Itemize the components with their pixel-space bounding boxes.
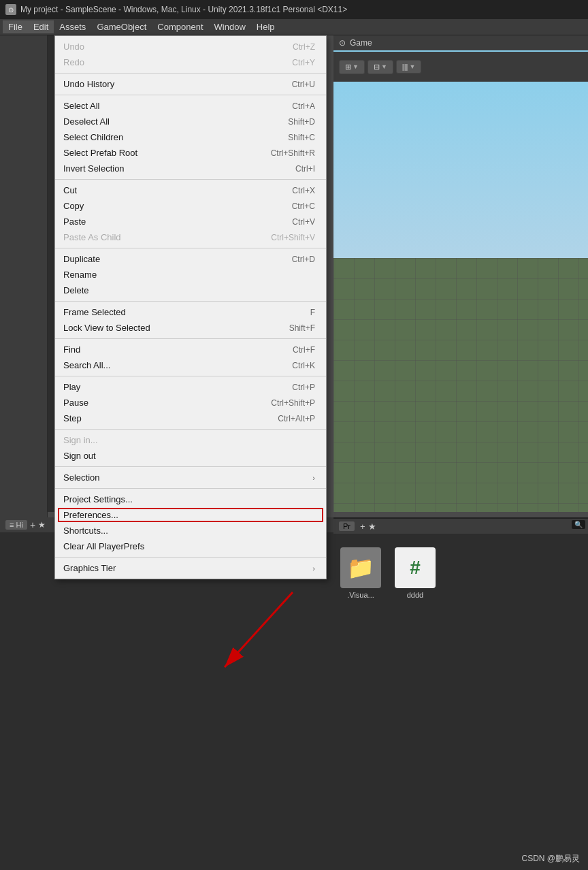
toolbar-icon-3: |||	[402, 63, 408, 71]
menu-item-frame-selected[interactable]: Frame SelectedF	[55, 304, 326, 320]
folder-label: .Visua...	[347, 591, 374, 599]
menu-item-label-graphics-tier: Graphics Tier	[63, 563, 116, 573]
add-button[interactable]: +	[30, 519, 35, 530]
menu-help[interactable]: Help	[251, 20, 280, 33]
bottom-panel-header: Pr + ★ 🔍	[333, 519, 588, 534]
menu-item-label-selection: Selection	[63, 472, 99, 483]
menu-item-label-shortcuts: Shortcuts...	[63, 526, 108, 536]
menu-item-copy[interactable]: CopyCtrl+C	[55, 198, 326, 214]
submenu-arrow-icon-selection: ›	[312, 474, 315, 482]
file-icon-folder[interactable]: 📁 .Visua...	[340, 547, 381, 599]
file-icon-script[interactable]: # dddd	[395, 547, 436, 599]
menu-separator	[55, 376, 326, 376]
menu-item-label-frame-selected: Frame Selected	[63, 307, 126, 317]
menu-item-cut[interactable]: CutCtrl+X	[55, 182, 326, 198]
game-title: Game	[350, 38, 372, 48]
menu-bar: File Edit Assets GameObject Component Wi…	[0, 19, 588, 35]
menu-item-select-prefab-root[interactable]: Select Prefab RootCtrl+Shift+R	[55, 145, 326, 161]
menu-separator	[55, 557, 326, 558]
menu-item-select-children[interactable]: Select ChildrenShift+C	[55, 129, 326, 145]
menu-item-play[interactable]: PlayCtrl+P	[55, 379, 326, 395]
game-view: ⊙ Game	[333, 35, 588, 512]
menu-edit[interactable]: Edit	[28, 20, 54, 33]
menu-item-label-rename: Rename	[63, 270, 97, 280]
menu-item-label-duplicate: Duplicate	[63, 254, 100, 264]
menu-item-label-select-prefab-root: Select Prefab Root	[63, 148, 137, 158]
watermark: CSDN @鹏易灵	[521, 853, 580, 865]
menu-item-label-clear-player-prefs: Clear All PlayerPrefs	[63, 541, 144, 551]
menu-item-select-all[interactable]: Select AllCtrl+A	[55, 98, 326, 114]
shortcut-search-all: Ctrl+K	[292, 361, 315, 370]
menu-item-undo-history[interactable]: Undo HistoryCtrl+U	[55, 76, 326, 92]
game-label: ⊙	[339, 38, 346, 48]
menu-item-label-sign-in: Sign in...	[63, 435, 98, 445]
menu-window[interactable]: Window	[209, 20, 251, 33]
menu-item-deselect-all[interactable]: Deselect AllShift+D	[55, 114, 326, 129]
shortcut-frame-selected: F	[310, 308, 315, 317]
shortcut-undo-history: Ctrl+U	[292, 80, 315, 89]
menu-item-shortcuts[interactable]: Shortcuts...	[55, 523, 326, 538]
add-icon[interactable]: +	[360, 521, 365, 532]
menu-gameobject[interactable]: GameObject	[91, 20, 152, 33]
menu-item-sign-out[interactable]: Sign out	[55, 448, 326, 464]
menu-item-delete[interactable]: Delete	[55, 283, 326, 298]
file-icons-area: 📁 .Visua... # dddd	[333, 534, 588, 613]
menu-item-paste-as-child: Paste As ChildCtrl+Shift+V	[55, 229, 326, 245]
shortcut-copy: Ctrl+C	[292, 202, 315, 211]
game-view-header: ⊙ Game	[333, 35, 588, 50]
menu-separator	[55, 248, 326, 248]
menu-separator	[55, 466, 326, 467]
menu-item-label-project-settings: Project Settings...	[63, 494, 133, 504]
menu-item-label-delete: Delete	[63, 285, 89, 295]
menu-item-pause[interactable]: PauseCtrl+Shift+P	[55, 395, 326, 410]
menu-item-sign-in: Sign in...	[55, 432, 326, 448]
chevron-down-icon-1: ▼	[353, 63, 359, 70]
menu-item-duplicate[interactable]: DuplicateCtrl+D	[55, 251, 326, 267]
menu-item-search-all[interactable]: Search All...Ctrl+K	[55, 357, 326, 373]
star-icon: ★	[38, 520, 46, 530]
menu-separator	[55, 73, 326, 74]
menu-assets[interactable]: Assets	[54, 20, 91, 33]
menu-item-find[interactable]: FindCtrl+F	[55, 342, 326, 357]
menu-item-graphics-tier[interactable]: Graphics Tier›	[55, 560, 326, 576]
menu-separator	[55, 429, 326, 430]
shortcut-paste-as-child: Ctrl+Shift+V	[271, 233, 315, 242]
shortcut-duplicate: Ctrl+D	[292, 255, 315, 264]
search-bar[interactable]: 🔍	[572, 520, 585, 529]
menu-item-selection[interactable]: Selection›	[55, 470, 326, 485]
menu-item-lock-view[interactable]: Lock View to SelectedShift+F	[55, 320, 326, 336]
toolbar-btn-3[interactable]: ||| ▼	[396, 60, 422, 74]
menu-item-rename[interactable]: Rename	[55, 267, 326, 283]
menu-separator	[55, 338, 326, 339]
menu-item-clear-player-prefs[interactable]: Clear All PlayerPrefs	[55, 538, 326, 554]
shortcut-deselect-all: Shift+D	[288, 117, 315, 127]
toolbar-btn-2[interactable]: ⊟ ▼	[368, 60, 393, 74]
menu-item-invert-selection[interactable]: Invert SelectionCtrl+I	[55, 161, 326, 176]
menu-item-label-cut: Cut	[63, 185, 77, 195]
script-icon: #	[395, 547, 436, 588]
menu-item-label-deselect-all: Deselect All	[63, 116, 110, 127]
menu-item-label-search-all: Search All...	[63, 360, 110, 370]
toolbar-btn-1[interactable]: ⊞ ▼	[339, 60, 365, 74]
shortcut-find: Ctrl+F	[293, 345, 315, 355]
toolbar-area: ⊞ ▼ ⊟ ▼ ||| ▼	[333, 52, 588, 82]
toolbar-icon-1: ⊞	[345, 63, 351, 71]
menu-item-step[interactable]: StepCtrl+Alt+P	[55, 410, 326, 426]
search-icon: 🔍	[574, 521, 583, 528]
menu-file[interactable]: File	[3, 20, 28, 33]
shortcut-cut: Ctrl+X	[292, 186, 315, 195]
menu-item-label-step: Step	[63, 413, 82, 423]
folder-icon: 📁	[340, 547, 381, 588]
menu-component[interactable]: Component	[152, 20, 208, 33]
game-view-scene	[333, 50, 588, 512]
menu-separator	[55, 179, 326, 180]
menu-item-paste[interactable]: PasteCtrl+V	[55, 214, 326, 229]
menu-item-label-redo: Redo	[63, 57, 84, 67]
menu-item-preferences[interactable]: Preferences...	[55, 507, 326, 523]
shortcut-select-children: Shift+C	[288, 133, 315, 142]
unity-icon: ⊙	[5, 4, 16, 15]
shortcut-invert-selection: Ctrl+I	[295, 164, 315, 174]
project-tab-label: Pr	[339, 521, 355, 531]
menu-item-undo: UndoCtrl+Z	[55, 39, 326, 54]
menu-item-project-settings[interactable]: Project Settings...	[55, 492, 326, 507]
